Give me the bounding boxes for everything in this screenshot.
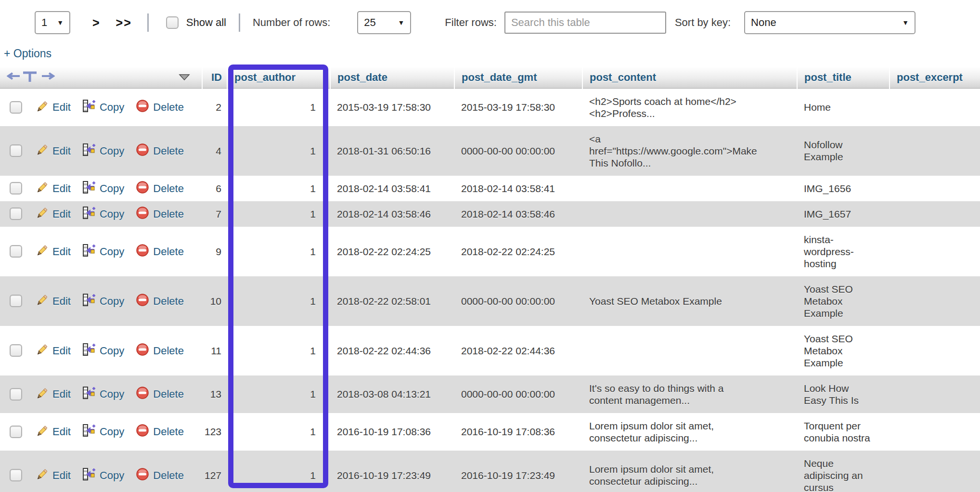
- delete-label: Delete: [153, 426, 184, 438]
- cell-post-date-gmt: 2016-10-19 17:08:36: [454, 413, 582, 451]
- delete-minus-circle-icon: [136, 467, 153, 483]
- copy-button[interactable]: Copy: [82, 206, 124, 222]
- row-checkbox[interactable]: [10, 344, 22, 357]
- cell-post-date: 2018-02-22 02:24:25: [330, 227, 454, 276]
- sort-key-select[interactable]: None ▼: [744, 11, 916, 34]
- edit-button[interactable]: Edit: [36, 387, 71, 402]
- copy-button[interactable]: Copy: [82, 424, 124, 440]
- edit-button[interactable]: Edit: [36, 244, 71, 259]
- delete-minus-circle-icon: [136, 343, 153, 359]
- delete-button[interactable]: Delete: [136, 386, 184, 402]
- row-checkbox[interactable]: [10, 101, 22, 114]
- edit-label: Edit: [52, 388, 71, 400]
- cell-id: 7: [202, 201, 227, 227]
- row-actions-cell: Edit: [0, 276, 202, 326]
- last-page-button[interactable]: >>: [116, 16, 132, 30]
- cell-post-date: 2015-03-19 17:58:30: [330, 88, 454, 126]
- header-post-excerpt[interactable]: post_excerpt: [890, 67, 980, 88]
- delete-minus-circle-icon: [136, 424, 153, 440]
- table-body: Edit: [0, 88, 980, 492]
- column-controls-icon[interactable]: [7, 69, 55, 86]
- phpmyadmin-browse-page: 1 ▼ > >> Show all Number of rows: 25 ▼ F…: [0, 0, 980, 492]
- row-checkbox[interactable]: [10, 182, 22, 194]
- edit-button[interactable]: Edit: [36, 100, 71, 115]
- next-page-button[interactable]: >: [92, 16, 100, 30]
- row-checkbox[interactable]: [10, 426, 22, 438]
- delete-button[interactable]: Delete: [136, 99, 184, 115]
- table-row: Edit: [0, 451, 980, 492]
- edit-button[interactable]: Edit: [36, 143, 71, 158]
- cell-post-author: 1: [227, 375, 330, 413]
- edit-label: Edit: [52, 145, 71, 157]
- cell-post-author: 1: [227, 227, 330, 276]
- cell-post-title: Neque adipiscing an cursus: [797, 451, 890, 492]
- edit-button[interactable]: Edit: [36, 343, 71, 358]
- show-all-checkbox[interactable]: [166, 16, 179, 29]
- chevron-down-icon: ▼: [57, 19, 64, 26]
- copy-button[interactable]: Copy: [82, 386, 124, 402]
- toolbar-divider: [239, 13, 240, 32]
- cell-id: 127: [202, 451, 227, 492]
- delete-label: Delete: [153, 388, 184, 400]
- table-row: Edit: [0, 276, 980, 326]
- copy-button[interactable]: Copy: [82, 244, 124, 259]
- table-row: Edit: [0, 201, 980, 227]
- cell-post-content: [582, 176, 797, 201]
- edit-button[interactable]: Edit: [36, 181, 71, 196]
- row-checkbox[interactable]: [10, 207, 22, 220]
- num-rows-value: 25: [364, 16, 375, 29]
- copy-row-icon: [82, 99, 100, 115]
- header-post-date[interactable]: post_date: [330, 67, 454, 88]
- chevron-down-icon: ▼: [398, 19, 405, 26]
- cell-post-content: [582, 227, 797, 276]
- cell-post-date: 2018-03-08 04:13:21: [330, 375, 454, 413]
- sort-indicator-icon[interactable]: [179, 71, 190, 84]
- row-checkbox[interactable]: [10, 469, 22, 481]
- copy-label: Copy: [100, 208, 124, 220]
- pencil-icon: [36, 387, 52, 402]
- row-checkbox[interactable]: [10, 245, 22, 258]
- copy-button[interactable]: Copy: [82, 181, 124, 196]
- copy-button[interactable]: Copy: [82, 467, 124, 483]
- header-post-title[interactable]: post_title: [797, 67, 890, 88]
- edit-button[interactable]: Edit: [36, 206, 71, 221]
- header-post-author[interactable]: post_author: [227, 67, 330, 88]
- num-rows-select[interactable]: 25 ▼: [357, 11, 411, 34]
- cell-post-author: 1: [227, 201, 330, 227]
- edit-button[interactable]: Edit: [36, 293, 71, 309]
- delete-button[interactable]: Delete: [136, 293, 184, 309]
- cell-post-content: Lorem ipsum dolor sit amet, consectetur …: [582, 413, 797, 451]
- delete-button[interactable]: Delete: [136, 181, 184, 196]
- edit-button[interactable]: Edit: [36, 424, 71, 440]
- row-checkbox[interactable]: [10, 144, 22, 157]
- delete-button[interactable]: Delete: [136, 424, 184, 440]
- cell-id: 9: [202, 227, 227, 276]
- copy-button[interactable]: Copy: [82, 293, 124, 309]
- header-post-date-gmt[interactable]: post_date_gmt: [454, 67, 582, 88]
- delete-button[interactable]: Delete: [136, 467, 184, 483]
- page-select[interactable]: 1 ▼: [35, 11, 70, 34]
- cell-post-title: Yoast SEO Metabox Example: [797, 326, 890, 375]
- row-checkbox[interactable]: [10, 295, 22, 307]
- cell-post-excerpt: [890, 326, 980, 375]
- edit-button[interactable]: Edit: [36, 467, 71, 483]
- table-row: Edit: [0, 375, 980, 413]
- header-post-content[interactable]: post_content: [582, 67, 797, 88]
- copy-button[interactable]: Copy: [82, 343, 124, 359]
- delete-minus-circle-icon: [136, 206, 153, 222]
- cell-post-content: It's so easy to do things with a content…: [582, 375, 797, 413]
- delete-button[interactable]: Delete: [136, 343, 184, 359]
- copy-button[interactable]: Copy: [82, 99, 124, 115]
- delete-label: Delete: [153, 345, 184, 357]
- row-checkbox[interactable]: [10, 388, 22, 401]
- copy-button[interactable]: Copy: [82, 143, 124, 159]
- delete-button[interactable]: Delete: [136, 244, 184, 259]
- options-toggle-link[interactable]: + Options: [4, 47, 52, 60]
- edit-label: Edit: [52, 208, 71, 220]
- filter-search-input[interactable]: [504, 12, 666, 34]
- cell-post-excerpt: [890, 413, 980, 451]
- header-id[interactable]: ID: [202, 67, 227, 88]
- delete-button[interactable]: Delete: [136, 143, 184, 159]
- delete-button[interactable]: Delete: [136, 206, 184, 222]
- cell-post-date: 2018-02-14 03:58:46: [330, 201, 454, 227]
